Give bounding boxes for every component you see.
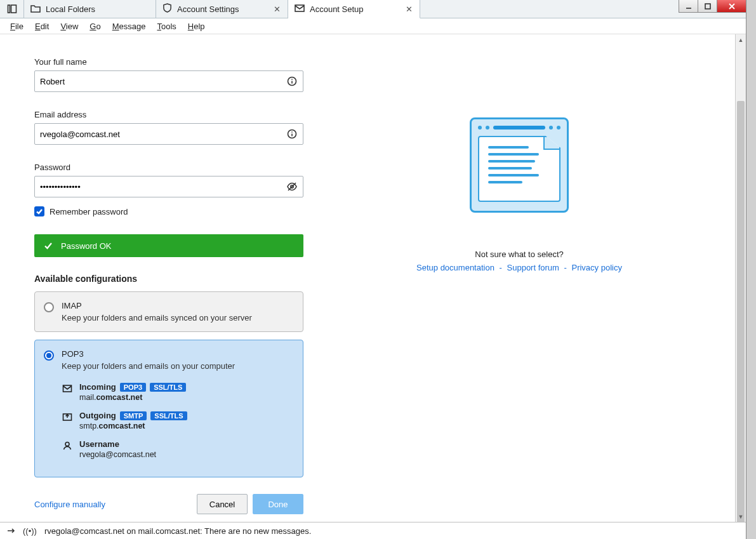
incoming-row: Incoming POP3 SSL/TLS mail.comcast.net: [62, 382, 294, 408]
scroll-down-arrow[interactable]: ▼: [736, 511, 746, 522]
menu-message[interactable]: Message: [107, 20, 151, 32]
content-area: Your full name Email address: [0, 34, 746, 522]
pop3-title: POP3: [62, 349, 294, 359]
svg-rect-1: [705, 4, 710, 9]
available-configs-title: Available configurations: [34, 274, 303, 284]
mail-setup-icon: [295, 4, 305, 15]
email-input-wrap: [34, 123, 303, 145]
offline-icon[interactable]: [6, 526, 15, 535]
settings-shield-icon: [162, 3, 172, 15]
menu-view[interactable]: View: [55, 20, 83, 32]
imap-desc: Keep your folders and emails synced on y…: [62, 313, 294, 323]
outgoing-icon: [62, 411, 73, 423]
app-window: Local Folders Account Settings ✕ Account…: [0, 0, 746, 539]
email-label: Email address: [34, 110, 303, 119]
toggle-visibility-icon[interactable]: [286, 181, 298, 192]
svg-rect-6: [295, 5, 304, 11]
radio-pop3[interactable]: [44, 350, 54, 361]
form-column: Your full name Email address: [34, 57, 303, 522]
email-group: Email address: [34, 110, 303, 145]
menu-bar: File Edit View Go Message Tools Help: [0, 18, 746, 34]
password-input[interactable]: [40, 182, 286, 192]
config-option-imap[interactable]: IMAP Keep your folders and emails synced…: [34, 291, 303, 332]
menu-file[interactable]: File: [5, 20, 29, 32]
fullname-group: Your full name: [34, 57, 303, 92]
tab-strip: Local Folders Account Settings ✕ Account…: [0, 0, 746, 18]
pop3-desc: Keep your folders and emails on your com…: [62, 361, 294, 371]
folder-icon: [30, 4, 41, 15]
link-privacy[interactable]: Privacy policy: [571, 263, 621, 272]
fullname-label: Your full name: [34, 57, 303, 67]
close-tab-icon[interactable]: ✕: [272, 4, 281, 14]
remember-label: Remember password: [50, 207, 128, 216]
incoming-icon: [62, 383, 73, 394]
scroll-up-arrow[interactable]: ▲: [736, 34, 746, 45]
link-support-forum[interactable]: Support forum: [507, 263, 559, 272]
password-ok-banner: Password OK: [34, 234, 303, 257]
account-setup-page: Your full name Email address: [0, 34, 735, 522]
menu-edit[interactable]: Edit: [30, 20, 54, 32]
remember-password-row[interactable]: Remember password: [34, 206, 303, 216]
remember-checkbox[interactable]: [34, 206, 44, 216]
password-input-wrap: [34, 176, 303, 197]
tab-account-setup[interactable]: Account Setup ✕: [288, 0, 420, 18]
window-controls: [679, 0, 746, 14]
minimize-button[interactable]: [679, 0, 698, 13]
scroll-thumb[interactable]: [737, 101, 745, 522]
vertical-scrollbar[interactable]: ▲ ▼: [735, 34, 746, 522]
done-button[interactable]: Done: [253, 494, 303, 514]
username-row: Username rvegola@comcast.net: [62, 439, 294, 465]
user-icon: [62, 440, 73, 451]
svg-point-17: [65, 443, 69, 446]
info-icon[interactable]: [286, 128, 298, 140]
fullname-input[interactable]: [40, 77, 286, 86]
svg-rect-5: [11, 5, 16, 13]
password-group: Password: [34, 163, 303, 197]
password-label: Password: [34, 163, 303, 172]
tab-account-settings[interactable]: Account Settings ✕: [156, 0, 288, 18]
maximize-button[interactable]: [698, 0, 717, 13]
help-links: Setup documentation - Support forum - Pr…: [416, 263, 622, 272]
menu-help[interactable]: Help: [183, 20, 210, 32]
pill-pop3: POP3: [120, 383, 146, 392]
username-label: Username: [79, 439, 119, 449]
email-input[interactable]: [40, 130, 286, 139]
cancel-button[interactable]: Cancel: [197, 494, 248, 514]
pill-ssltls: SSL/TLS: [150, 411, 187, 420]
pill-smtp: SMTP: [120, 411, 147, 420]
radio-imap[interactable]: [44, 302, 54, 312]
svg-rect-4: [8, 5, 10, 13]
imap-title: IMAP: [62, 301, 294, 310]
pop3-details: Incoming POP3 SSL/TLS mail.comcast.net: [62, 382, 294, 465]
status-bar: ((•)) rvegola@comcast.net on mail.comcas…: [0, 522, 746, 539]
tab-label: Local Folders: [46, 4, 149, 14]
menu-go[interactable]: Go: [84, 20, 105, 32]
info-icon[interactable]: [286, 76, 298, 87]
configure-manually-link[interactable]: Configure manually: [34, 500, 105, 509]
incoming-label: Incoming: [79, 382, 116, 392]
tab-label: Account Settings: [177, 4, 267, 14]
setup-illustration: [470, 117, 569, 213]
username-value: rvegola@comcast.net: [79, 450, 294, 459]
svg-point-11: [291, 131, 293, 133]
activity-icon[interactable]: ((•)): [23, 526, 37, 536]
help-question: Not sure what to select?: [475, 250, 563, 259]
pill-ssltls: SSL/TLS: [150, 383, 186, 392]
outgoing-host: smtp.comcast.net: [79, 422, 294, 430]
tab-local-folders[interactable]: Local Folders: [24, 0, 156, 18]
button-row: Configure manually Cancel Done: [34, 494, 303, 514]
spaces-toolbar-icon[interactable]: [0, 0, 24, 18]
incoming-host: mail.comcast.net: [79, 393, 294, 402]
config-option-pop3[interactable]: POP3 Keep your folders and emails on you…: [34, 340, 303, 477]
help-column: Not sure what to select? Setup documenta…: [303, 57, 735, 522]
outgoing-label: Outgoing: [79, 411, 116, 420]
tab-label: Account Setup: [310, 4, 399, 14]
close-tab-icon[interactable]: ✕: [404, 4, 413, 14]
fullname-input-wrap: [34, 70, 303, 92]
link-setup-doc[interactable]: Setup documentation: [416, 263, 494, 272]
menu-tools[interactable]: Tools: [152, 20, 181, 32]
status-text: rvegola@comcast.net on mail.comcast.net:…: [44, 526, 312, 536]
close-window-button[interactable]: [717, 0, 746, 13]
svg-point-8: [291, 79, 293, 80]
password-ok-text: Password OK: [61, 241, 111, 251]
